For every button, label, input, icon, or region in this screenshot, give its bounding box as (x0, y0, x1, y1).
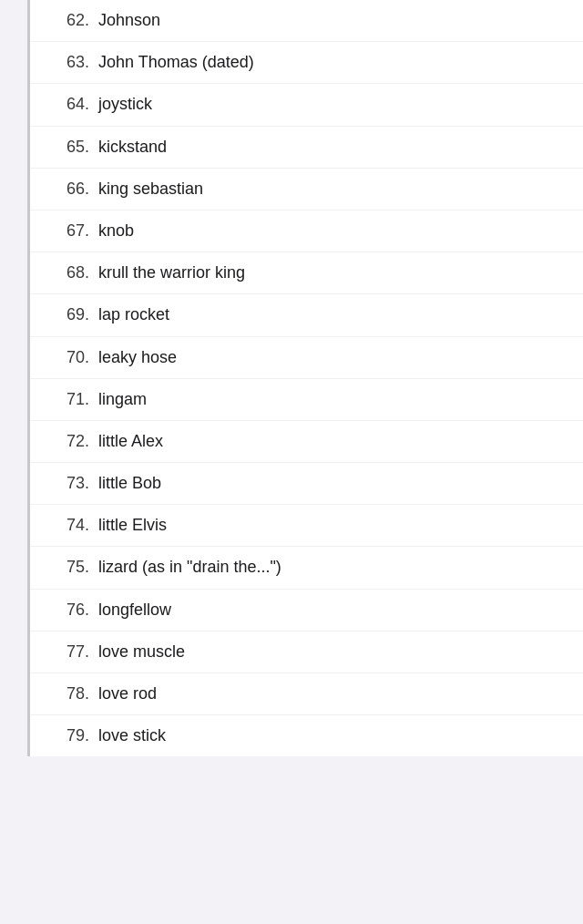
item-number: 66. (48, 178, 98, 200)
list-item: 62.Johnson (30, 0, 583, 42)
item-text: knob (98, 220, 134, 242)
list-item: 79.love stick (30, 715, 583, 756)
list-item: 76.longfellow (30, 590, 583, 631)
item-number: 74. (48, 514, 98, 537)
item-text: love stick (98, 724, 166, 747)
item-text: little Bob (98, 472, 161, 495)
item-text: kickstand (98, 136, 167, 159)
list-item: 65.kickstand (30, 127, 583, 169)
item-text: love rod (98, 683, 157, 705)
list-item: 78.love rod (30, 673, 583, 715)
item-number: 69. (48, 303, 98, 326)
list-item: 70.leaky hose (30, 337, 583, 379)
list-item: 69.lap rocket (30, 294, 583, 336)
item-text: little Alex (98, 430, 163, 453)
item-number: 71. (48, 388, 98, 411)
item-text: joystick (98, 93, 152, 116)
item-text: longfellow (98, 599, 171, 621)
list-item: 74.little Elvis (30, 505, 583, 547)
item-number: 78. (48, 683, 98, 705)
list-item: 64.joystick (30, 84, 583, 126)
item-number: 63. (48, 51, 98, 74)
item-text: little Elvis (98, 514, 167, 537)
item-number: 64. (48, 93, 98, 116)
item-number: 68. (48, 262, 98, 284)
item-number: 77. (48, 641, 98, 663)
item-number: 72. (48, 430, 98, 453)
item-text: leaky hose (98, 346, 177, 369)
item-number: 75. (48, 556, 98, 579)
list-item: 71.lingam (30, 379, 583, 421)
list-item: 63.John Thomas (dated) (30, 42, 583, 84)
item-number: 62. (48, 9, 98, 32)
list-item: 75.lizard (as in "drain the...") (30, 547, 583, 589)
item-text: Johnson (98, 9, 160, 32)
item-text: lizard (as in "drain the...") (98, 556, 281, 579)
list-item: 77.love muscle (30, 631, 583, 673)
item-number: 76. (48, 599, 98, 621)
list-item: 68.krull the warrior king (30, 252, 583, 294)
item-number: 79. (48, 724, 98, 747)
item-text: lap rocket (98, 303, 169, 326)
list-item: 67.knob (30, 210, 583, 252)
item-text: krull the warrior king (98, 262, 245, 284)
list-item: 72.little Alex (30, 421, 583, 463)
item-number: 67. (48, 220, 98, 242)
item-text: John Thomas (dated) (98, 51, 254, 74)
list-item: 66.king sebastian (30, 169, 583, 210)
item-text: love muscle (98, 641, 185, 663)
item-number: 70. (48, 346, 98, 369)
item-number: 73. (48, 472, 98, 495)
item-number: 65. (48, 136, 98, 159)
item-text: lingam (98, 388, 147, 411)
numbered-list: 62.Johnson63.John Thomas (dated)64.joyst… (27, 0, 583, 756)
item-text: king sebastian (98, 178, 203, 200)
list-item: 73.little Bob (30, 463, 583, 505)
